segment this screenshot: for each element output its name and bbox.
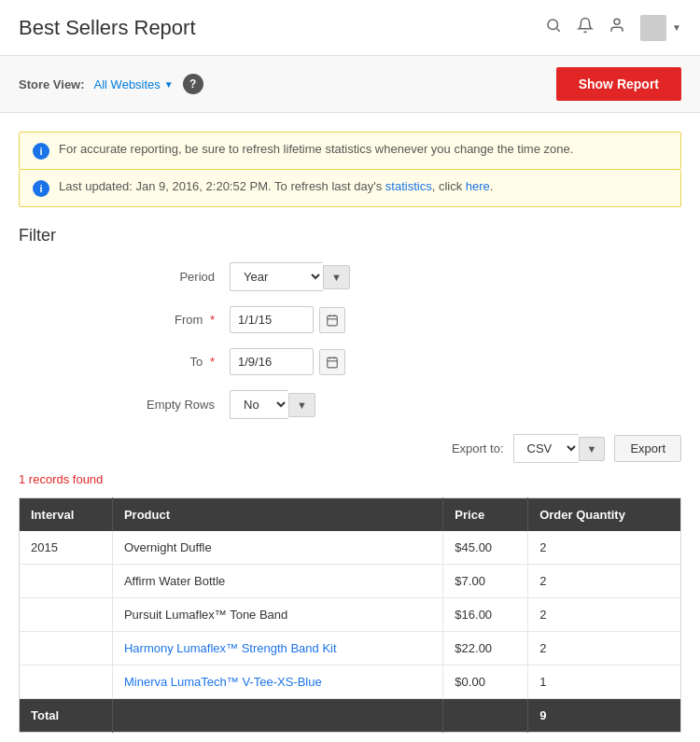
cell-price: $22.00	[443, 632, 528, 665]
cell-interval: 2015	[20, 531, 113, 565]
empty-rows-select-arrow[interactable]: ▼	[288, 393, 315, 417]
export-format-wrap: CSV XML ▼	[513, 434, 606, 463]
footer-empty-price	[443, 699, 528, 733]
to-label: To *	[112, 355, 215, 369]
store-view-dropdown[interactable]: All Websites ▼	[94, 77, 174, 91]
search-icon[interactable]	[545, 17, 562, 38]
from-calendar-button[interactable]	[319, 307, 345, 333]
period-label: Period	[112, 270, 215, 284]
cell-interval	[20, 665, 113, 699]
info-icon-1: i	[33, 143, 49, 160]
notice-text-1: For accurate reporting, be sure to refre…	[59, 142, 573, 156]
header-icons: ▼	[545, 15, 681, 41]
top-header: Best Sellers Report ▼	[0, 0, 700, 56]
cell-interval	[20, 598, 113, 632]
main-content: i For accurate reporting, be sure to ref…	[0, 113, 700, 742]
statistics-link[interactable]: statistics	[385, 179, 432, 193]
empty-rows-select-wrap: No Yes ▼	[230, 390, 315, 419]
cell-interval	[20, 565, 113, 598]
to-date-input[interactable]	[230, 348, 314, 375]
cell-price: $7.00	[443, 565, 528, 598]
records-found: 1 records found	[19, 472, 681, 486]
cell-qty: 2	[528, 598, 681, 632]
user-menu[interactable]: ▼	[640, 15, 681, 41]
from-label: From *	[112, 313, 215, 327]
to-row: To *	[19, 348, 681, 375]
svg-point-2	[614, 19, 620, 24]
table-header-row: Interval Product Price Order Quantity	[20, 498, 681, 532]
svg-rect-3	[328, 315, 338, 326]
export-row: Export to: CSV XML ▼ Export	[19, 434, 681, 463]
col-qty: Order Quantity	[528, 498, 681, 532]
store-view-section: Store View: All Websites ▼ ?	[19, 74, 203, 94]
footer-label: Total	[20, 699, 113, 733]
period-select[interactable]: Year Month Day	[230, 262, 323, 291]
svg-rect-7	[328, 357, 338, 368]
store-view-label: Store View:	[19, 77, 85, 91]
cell-price: $45.00	[443, 531, 528, 565]
col-price: Price	[443, 498, 528, 532]
col-product: Product	[112, 498, 442, 532]
product-link[interactable]: Minerva LumaTech™ V-Tee-XS-Blue	[124, 675, 322, 689]
chevron-down-icon: ▼	[672, 22, 681, 33]
cell-qty: 2	[528, 565, 681, 598]
help-icon[interactable]: ?	[183, 74, 203, 94]
cell-interval	[20, 632, 113, 665]
avatar	[640, 15, 666, 41]
cell-qty: 1	[528, 665, 681, 699]
col-interval: Interval	[20, 498, 113, 532]
table-row: Minerva LumaTech™ V-Tee-XS-Blue$0.001	[20, 665, 681, 699]
export-label: Export to:	[452, 441, 504, 455]
to-calendar-button[interactable]	[319, 349, 345, 375]
export-format-arrow[interactable]: ▼	[579, 437, 606, 461]
svg-line-1	[557, 28, 560, 31]
table-row: 2015Overnight Duffle$45.002	[20, 531, 681, 565]
cell-price: $0.00	[443, 665, 528, 699]
empty-rows-row: Empty Rows No Yes ▼	[19, 390, 681, 419]
empty-rows-label: Empty Rows	[112, 398, 215, 412]
cell-price: $16.00	[443, 598, 528, 632]
footer-empty-product	[112, 699, 442, 733]
filter-section: Filter Period Year Month Day ▼ From *	[19, 226, 681, 419]
here-link[interactable]: here	[466, 179, 490, 193]
user-icon[interactable]	[609, 17, 625, 38]
export-format-select[interactable]: CSV XML	[513, 434, 579, 463]
cell-product: Pursuit Lumaflex™ Tone Band	[112, 598, 442, 632]
bell-icon[interactable]	[577, 17, 594, 38]
cell-qty: 2	[528, 632, 681, 665]
to-date-wrap	[230, 348, 345, 375]
info-icon-2: i	[33, 180, 49, 197]
empty-rows-select[interactable]: No Yes	[230, 390, 288, 419]
product-link[interactable]: Harmony Lumaflex™ Strength Band Kit	[124, 641, 337, 655]
svg-point-0	[548, 20, 558, 30]
notice-box-1: i For accurate reporting, be sure to ref…	[19, 132, 681, 170]
store-view-value: All Websites	[94, 77, 161, 91]
period-select-arrow[interactable]: ▼	[323, 265, 350, 289]
from-required: *	[206, 313, 215, 327]
cell-product: Affirm Water Bottle	[112, 565, 442, 598]
cell-product[interactable]: Harmony Lumaflex™ Strength Band Kit	[112, 632, 442, 665]
from-date-wrap	[230, 306, 345, 333]
notice-box-2: i Last updated: Jan 9, 2016, 2:20:52 PM.…	[19, 170, 681, 207]
notice-text-2: Last updated: Jan 9, 2016, 2:20:52 PM. T…	[59, 179, 493, 193]
cell-product[interactable]: Minerva LumaTech™ V-Tee-XS-Blue	[112, 665, 442, 699]
filter-title: Filter	[19, 226, 681, 245]
table-footer-row: Total 9	[20, 699, 681, 733]
to-required: *	[206, 355, 215, 369]
export-button[interactable]: Export	[614, 435, 681, 462]
footer-total-qty: 9	[528, 699, 681, 733]
period-select-wrap: Year Month Day ▼	[230, 262, 350, 291]
from-row: From *	[19, 306, 681, 333]
period-row: Period Year Month Day ▼	[19, 262, 681, 291]
sub-header: Store View: All Websites ▼ ? Show Report	[0, 56, 700, 113]
table-row: Pursuit Lumaflex™ Tone Band$16.002	[20, 598, 681, 632]
cell-product: Overnight Duffle	[112, 531, 442, 565]
data-table: Interval Product Price Order Quantity 20…	[19, 497, 681, 733]
table-row: Harmony Lumaflex™ Strength Band Kit$22.0…	[20, 632, 681, 665]
show-report-button[interactable]: Show Report	[556, 67, 681, 101]
chevron-down-icon: ▼	[164, 79, 174, 90]
table-row: Affirm Water Bottle$7.002	[20, 565, 681, 598]
page-title: Best Sellers Report	[19, 16, 545, 40]
from-date-input[interactable]	[230, 306, 314, 333]
cell-qty: 2	[528, 531, 681, 565]
